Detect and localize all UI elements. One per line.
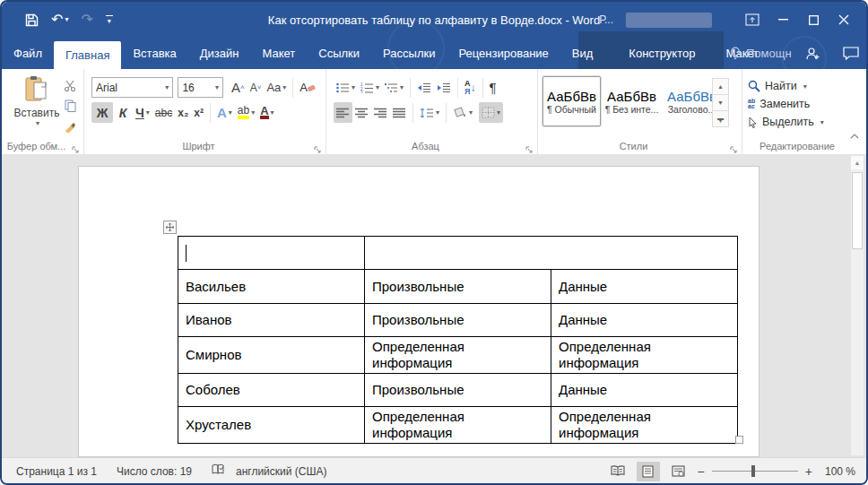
tab-file[interactable]: Файл [2,38,54,69]
table-cell[interactable]: Соболев [178,374,365,407]
styles-dialog-launcher-icon[interactable] [730,142,739,151]
find-button[interactable]: Найти▾ [748,78,852,94]
table-resize-handle[interactable] [735,436,743,444]
tab-layout[interactable]: Макет [250,38,307,69]
table-row[interactable]: Хрусталев Определенная информация Опреде… [178,407,738,444]
text-effects-button[interactable]: А▾ [214,102,235,123]
subscript-button[interactable]: х₂ [175,102,191,123]
ribbon-display-options-button[interactable] [737,2,768,38]
table-cell[interactable]: Данные [551,270,738,304]
undo-dropdown-icon[interactable]: ▾ [65,16,68,23]
tab-table-design[interactable]: Конструктор [617,38,707,69]
word-count[interactable]: Число слов: 19 [117,465,192,478]
copy-button[interactable] [61,98,79,114]
undo-button[interactable]: ↶▾ [51,13,68,27]
tab-home[interactable]: Главная [54,41,121,69]
decrease-indent-button[interactable] [414,77,434,98]
replace-button[interactable]: abac Заменить [748,96,852,112]
language-indicator[interactable]: английский (США) [236,465,326,478]
line-spacing-button[interactable]: ▾ [417,102,442,123]
table-cell[interactable]: Определенная информация [551,337,738,374]
table-cell[interactable]: Смирнов [178,337,365,374]
superscript-button[interactable]: х² [191,102,206,123]
table-cell[interactable]: Произвольные [365,270,551,304]
font-name-combo[interactable]: Arial▾ [91,77,173,98]
tab-mailings[interactable]: Рассылки [371,38,447,69]
align-right-button[interactable] [371,102,390,123]
font-size-combo[interactable]: 16▾ [178,77,223,98]
close-button[interactable] [829,2,859,38]
select-button[interactable]: Выделить▾ [748,114,852,130]
font-dialog-launcher-icon[interactable] [314,142,323,151]
save-icon[interactable] [25,13,39,27]
table-cell[interactable]: Определенная информация [365,337,551,374]
table-cell[interactable]: Определенная информация [551,407,738,444]
bold-button[interactable]: Ж [91,102,113,123]
table-cell[interactable]: Хрусталев [178,407,365,444]
table-cell[interactable]: Произвольные [365,304,551,337]
comments-button[interactable] [843,38,859,69]
numbering-button[interactable]: 123▾ [358,77,382,98]
proofing-icon[interactable] [212,463,225,479]
print-layout-icon[interactable] [637,462,660,481]
web-layout-icon[interactable] [667,462,690,481]
shrink-font-button[interactable]: A˅ [247,77,265,98]
align-left-button[interactable] [334,102,352,123]
italic-button[interactable]: К [113,102,133,123]
zoom-out-button[interactable]: − [698,464,705,479]
table-cell[interactable] [178,237,365,270]
strikethrough-button[interactable]: abc [152,102,175,123]
tell-me-box[interactable]: Помощн [730,38,792,69]
sort-button[interactable]: АЯ ↓ [462,77,479,98]
grow-font-button[interactable]: A˄ [229,77,247,98]
table-cell[interactable] [365,237,738,270]
align-center-button[interactable] [352,102,371,123]
tab-insert[interactable]: Вставка [121,38,187,69]
styles-more-icon[interactable]: ▬▼ [712,110,729,127]
styles-scroll-up-icon[interactable]: ▲ [712,78,729,95]
scrollbar-thumb[interactable] [852,172,863,249]
zoom-slider[interactable] [712,462,798,481]
scroll-up-icon[interactable]: ▲ [851,156,864,169]
font-color-button[interactable]: А▾ [257,102,276,123]
underline-button[interactable]: Ч▾ [133,102,152,123]
cut-button[interactable] [61,77,79,93]
clipboard-dialog-launcher-icon[interactable] [72,142,81,151]
table-row[interactable]: Смирнов Определенная информация Определе… [178,337,738,374]
table-row[interactable] [178,237,738,270]
share-button[interactable] [805,38,820,69]
paragraph-dialog-launcher-icon[interactable] [525,142,534,151]
multilevel-list-button[interactable]: ▾ [382,77,406,98]
table-cell[interactable]: Иванов [178,304,365,337]
bullets-button[interactable]: ▾ [334,77,358,98]
tab-design[interactable]: Дизайн [188,38,251,69]
shading-button[interactable]: ▾ [450,102,475,123]
tab-view[interactable]: Вид [560,38,605,69]
page-indicator[interactable]: Страница 1 из 1 [16,465,97,478]
paste-button[interactable]: Вставить ▾ [13,75,61,136]
table-row[interactable]: Васильев Произвольные Данные [178,270,738,304]
read-mode-icon[interactable] [606,462,629,481]
style-no-spacing[interactable]: АаБбВв ¶ Без инте... [603,76,661,126]
table-cell[interactable]: Данные [551,304,738,337]
redo-button[interactable]: ↷ [81,13,92,27]
table-move-handle[interactable] [163,221,177,234]
highlight-color-button[interactable]: ab▾ [235,102,257,123]
zoom-in-button[interactable]: + [805,464,812,479]
table-cell[interactable]: Произвольные [365,374,551,407]
table-row[interactable]: Соболев Произвольные Данные [178,374,738,407]
justify-button[interactable] [390,102,409,123]
table-cell[interactable]: Определенная информация [365,407,551,444]
minimize-button[interactable] [768,2,798,38]
vertical-scrollbar[interactable]: ▲ [851,156,864,455]
increase-indent-button[interactable] [434,77,454,98]
document-page[interactable]: Васильев Произвольные Данные Иванов Прои… [78,166,760,457]
table-row[interactable]: Иванов Произвольные Данные [178,304,738,337]
style-normal[interactable]: АаБбВв ¶ Обычный [542,76,601,126]
tab-references[interactable]: Ссылки [307,38,371,69]
document-table[interactable]: Васильев Произвольные Данные Иванов Прои… [178,236,738,444]
zoom-slider-thumb[interactable] [751,465,755,477]
clear-formatting-button[interactable]: A [297,77,318,98]
table-cell[interactable]: Васильев [178,270,365,304]
change-case-button[interactable]: Aa▾ [264,77,289,98]
